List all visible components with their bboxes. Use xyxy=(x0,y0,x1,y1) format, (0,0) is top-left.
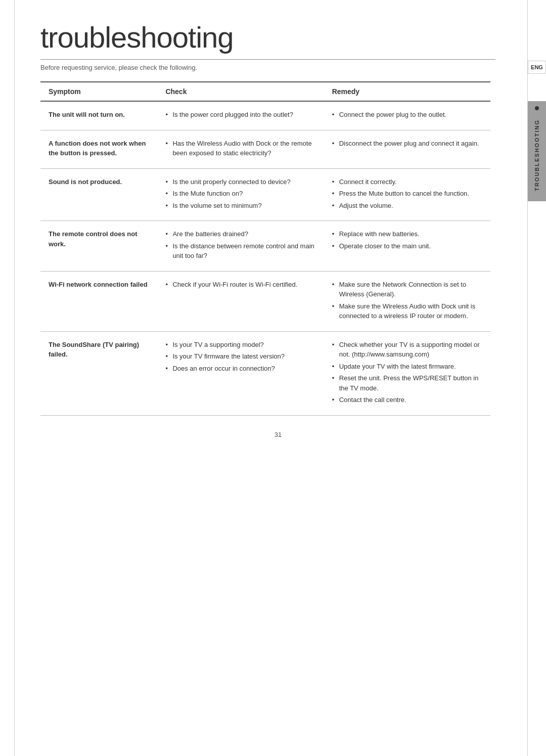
page-number: 31 xyxy=(40,431,516,438)
check-cell: Check if your Wi-Fi router is Wi-Fi cert… xyxy=(157,271,324,331)
remedy-cell: Make sure the Network Connection is set … xyxy=(324,271,490,331)
table-wrapper: Symptom Check Remedy The unit will not t… xyxy=(40,81,490,416)
table-row: Wi-Fi network connection failedCheck if … xyxy=(40,271,490,331)
symptom-cell: Sound is not produced. xyxy=(40,168,157,221)
remedy-cell: Check whether your TV is a supporting mo… xyxy=(324,331,490,415)
table-row: Sound is not produced.Is the unit proper… xyxy=(40,168,490,221)
remedy-item: Reset the unit. Press the WPS/RESET butt… xyxy=(332,373,482,393)
col-check: Check xyxy=(157,82,324,101)
check-cell: Is the power cord plugged into the outle… xyxy=(157,101,324,130)
col-symptom: Symptom xyxy=(40,82,157,101)
col-remedy: Remedy xyxy=(324,82,490,101)
side-tab-label: TROUBLESHOOTING xyxy=(534,114,540,196)
page-title: troubleshooting xyxy=(40,20,495,60)
check-cell: Is the unit properly connected to device… xyxy=(157,168,324,221)
page-container: ENG TROUBLESHOOTING troubleshooting Befo… xyxy=(0,0,546,756)
remedy-item: Connect the power plug to the outlet. xyxy=(332,110,482,120)
remedy-item: Make sure the Wireless Audio with Dock u… xyxy=(332,301,482,321)
side-tab-dot xyxy=(535,106,539,110)
side-tab: TROUBLESHOOTING xyxy=(528,101,546,201)
remedy-item: Press the Mute button to cancel the func… xyxy=(332,189,482,199)
table-row: The remote control does not work.Are the… xyxy=(40,221,490,272)
symptom-cell: Wi-Fi network connection failed xyxy=(40,271,157,331)
remedy-cell: Disconnect the power plug and connect it… xyxy=(324,130,490,168)
remedy-cell: Connect it correctly.Press the Mute butt… xyxy=(324,168,490,221)
check-item: Is the distance between remote control a… xyxy=(165,241,315,261)
check-item: Is the unit properly connected to device… xyxy=(165,177,315,187)
table-body: The unit will not turn on.Is the power c… xyxy=(40,101,490,415)
remedy-item: Disconnect the power plug and connect it… xyxy=(332,139,482,149)
left-border xyxy=(14,0,15,756)
table-header: Symptom Check Remedy xyxy=(40,82,490,101)
troubleshooting-table: Symptom Check Remedy The unit will not t… xyxy=(40,81,490,416)
check-item: Is the power cord plugged into the outle… xyxy=(165,110,315,120)
check-cell: Are the batteries drained?Is the distanc… xyxy=(157,221,324,272)
table-row: The SoundShare (TV pairing) failed.Is yo… xyxy=(40,331,490,415)
table-row: The unit will not turn on.Is the power c… xyxy=(40,101,490,130)
lang-label: ENG xyxy=(528,61,546,74)
check-cell: Is your TV a supporting model?Is your TV… xyxy=(157,331,324,415)
check-item: Is the Mute function on? xyxy=(165,189,315,199)
remedy-item: Check whether your TV is a supporting mo… xyxy=(332,340,482,360)
check-item: Is your TV a supporting model? xyxy=(165,340,315,350)
check-item: Is your TV firmware the latest version? xyxy=(165,351,315,362)
remedy-item: Make sure the Network Connection is set … xyxy=(332,280,482,299)
symptom-cell: The remote control does not work. xyxy=(40,221,157,272)
remedy-item: Adjust the volume. xyxy=(332,201,482,211)
symptom-cell: The unit will not turn on. xyxy=(40,101,157,130)
check-cell: Has the Wireless Audio with Dock or the … xyxy=(157,130,324,168)
remedy-cell: Replace with new batteries.Operate close… xyxy=(324,221,490,272)
check-item: Does an error occur in connection? xyxy=(165,364,315,374)
symptom-cell: A function does not work when the button… xyxy=(40,130,157,168)
remedy-item: Operate closer to the main unit. xyxy=(332,241,482,251)
remedy-item: Connect it correctly. xyxy=(332,177,482,187)
remedy-item: Replace with new batteries. xyxy=(332,229,482,239)
remedy-item: Contact the call centre. xyxy=(332,395,482,405)
check-item: Are the batteries drained? xyxy=(165,229,315,239)
symptom-cell: The SoundShare (TV pairing) failed. xyxy=(40,331,157,415)
check-item: Is the volume set to minimum? xyxy=(165,201,315,211)
check-item: Has the Wireless Audio with Dock or the … xyxy=(165,139,315,158)
table-row: A function does not work when the button… xyxy=(40,130,490,168)
remedy-item: Update your TV with the latest firmware. xyxy=(332,362,482,372)
remedy-cell: Connect the power plug to the outlet. xyxy=(324,101,490,130)
subtitle: Before requesting service, please check … xyxy=(40,64,516,71)
check-item: Check if your Wi-Fi router is Wi-Fi cert… xyxy=(165,280,315,290)
